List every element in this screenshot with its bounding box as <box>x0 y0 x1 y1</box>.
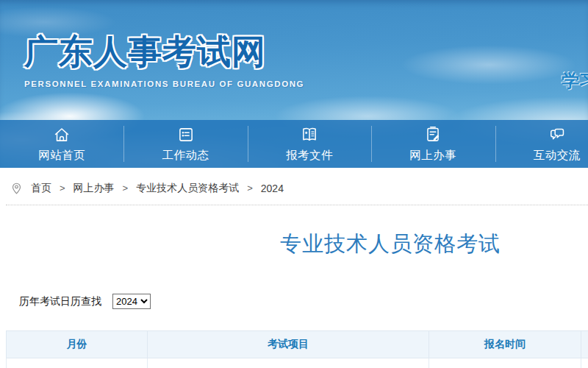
page-content: 首页 > 网上办事 > 专业技术人员资格考试 > 2024 专业技术人员资格考试… <box>0 168 588 368</box>
book-icon <box>300 125 319 144</box>
table-row <box>7 358 588 368</box>
nav-item-home[interactable]: 网站首页 <box>0 120 123 168</box>
nav-item-services[interactable]: 网上办事 <box>371 120 495 168</box>
col-header-month: 月份 <box>7 331 148 358</box>
site-header: 广东人事考试网 PERSONNEL EXAMINATIONS BUREAU OF… <box>0 0 588 168</box>
clipboard-pen-icon <box>423 125 442 144</box>
col-header-registration: 报名时间 <box>429 331 581 358</box>
nav-item-interact[interactable]: 互动交流 <box>495 120 588 168</box>
chat-icon <box>548 125 567 144</box>
nav-item-documents[interactable]: 报考文件 <box>248 120 371 168</box>
breadcrumb-exams[interactable]: 专业技术人员资格考试 <box>136 182 239 195</box>
news-icon <box>176 125 196 144</box>
floating-banner[interactable]: 学习 <box>562 69 588 93</box>
nav-label: 网站首页 <box>38 148 85 163</box>
breadcrumb-home[interactable]: 首页 <box>31 182 51 195</box>
col-header-exam: 考试项目 <box>148 331 429 358</box>
site-title: 广东人事考试网 <box>24 29 304 75</box>
site-logo[interactable]: 广东人事考试网 PERSONNEL EXAMINATIONS BUREAU OF… <box>24 29 304 88</box>
main-nav: 网站首页 工作动态 报考文件 <box>0 120 588 168</box>
nav-label: 工作动态 <box>162 148 209 163</box>
nav-item-news[interactable]: 工作动态 <box>123 120 247 168</box>
exam-calendar-table: 月份 考试项目 报名时间 <box>6 330 588 368</box>
nav-label: 互动交流 <box>534 148 581 163</box>
page-title: 专业技术人员资格考试 <box>0 230 588 259</box>
breadcrumb: 首页 > 网上办事 > 专业技术人员资格考试 > 2024 <box>0 168 588 195</box>
year-select[interactable]: 2024 <box>112 294 151 309</box>
nav-label: 网上办事 <box>409 148 456 163</box>
col-header-extra <box>581 331 588 358</box>
home-icon <box>52 125 71 144</box>
breadcrumb-separator: > <box>60 183 65 194</box>
breadcrumb-services[interactable]: 网上办事 <box>74 182 115 195</box>
nav-label: 报考文件 <box>286 148 333 163</box>
calendar-filter: 历年考试日历查找 2024 <box>19 294 588 309</box>
breadcrumb-year[interactable]: 2024 <box>261 183 284 194</box>
table-header-row: 月份 考试项目 报名时间 <box>7 331 588 358</box>
divider <box>6 205 588 205</box>
breadcrumb-separator: > <box>247 183 253 194</box>
site-subtitle: PERSONNEL EXAMINATIONS BUREAU OF GUANGDO… <box>24 79 304 88</box>
location-pin-icon <box>10 181 23 195</box>
breadcrumb-separator: > <box>123 183 129 194</box>
filter-label: 历年考试日历查找 <box>19 295 101 308</box>
